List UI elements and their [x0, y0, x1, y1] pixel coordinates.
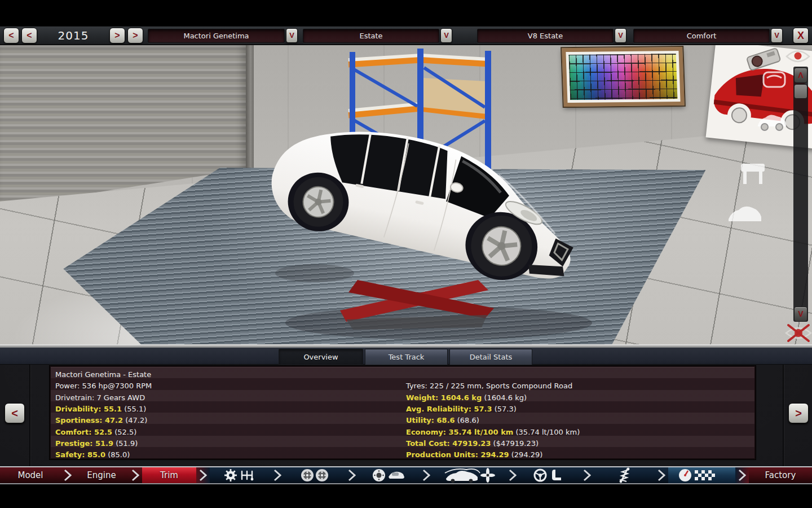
chevron-separator-icon	[196, 467, 210, 483]
nav-factory[interactable]: Factory	[749, 467, 812, 483]
bottom-panel: Mactori Genetima - Estate Power: 536 hp@…	[0, 365, 812, 466]
trim-dropdown[interactable]: Comfort	[633, 29, 770, 43]
suspension-icon	[613, 467, 636, 483]
stat-row: Weight: 1604.6 kg (1604.6 kg)	[406, 392, 527, 404]
stat-row: Total Cost: 47919.23 ($47919.23)	[406, 438, 539, 449]
chevron-separator-icon	[61, 467, 74, 483]
body-aero-icon	[444, 467, 496, 483]
year-next-fast-button[interactable]: >	[127, 28, 143, 43]
stat-row: Prestige: 51.9 (51.9)	[55, 438, 138, 449]
close-button[interactable]: X	[793, 28, 809, 43]
company-dropdown[interactable]: Mactori Genetima	[148, 29, 285, 43]
model-dropdown-arrow[interactable]: V	[440, 28, 452, 43]
leather-seam	[29, 365, 30, 466]
top-toolbar: < < 2015 > > Mactori Genetima V Estate V…	[0, 26, 812, 45]
hidden-eye-icon[interactable]	[784, 322, 812, 344]
leather-seam	[783, 365, 784, 466]
interior-icon	[533, 468, 567, 483]
nav-engine[interactable]: Engine	[74, 467, 129, 483]
chevron-separator-icon	[129, 467, 142, 483]
company-dropdown-arrow[interactable]: V	[286, 28, 298, 43]
panel-prev-button[interactable]: <	[5, 403, 25, 423]
stat-row: Power: 536 hp@7300 RPM	[55, 380, 152, 392]
car-side-ghost-icon[interactable]	[756, 111, 788, 132]
stat-row: Economy: 35.74 lt/100 km (35.74 lt/100 k…	[406, 427, 580, 438]
stat-row: Drivetrain: 7 Gears AWD	[55, 392, 145, 404]
panel-next-button[interactable]: >	[788, 403, 809, 423]
stat-row: Utility: 68.6 (68.6)	[406, 415, 479, 426]
gearbox-icon	[224, 468, 257, 482]
scroll-up-button[interactable]: Λ	[794, 68, 807, 83]
eye-icon[interactable]	[785, 49, 811, 64]
viewport-scrollbar-track[interactable]	[793, 67, 808, 322]
top-black-bar	[0, 0, 812, 26]
tab-detail-stats[interactable]: Detail Stats	[449, 349, 532, 365]
tab-test-track[interactable]: Test Track	[365, 349, 448, 365]
stat-row: Drivability: 55.1 (55.1)	[55, 404, 146, 415]
nav-test-track[interactable]	[668, 467, 735, 483]
car-front-ghost-icon[interactable]	[760, 68, 788, 90]
stat-row: Tyres: 225 / 225 mm, Sports Compound Roa…	[406, 380, 572, 392]
chevron-separator-icon	[345, 467, 359, 483]
color-swatch-grid	[569, 54, 678, 100]
chevron-separator-icon	[655, 467, 668, 483]
overview-stats-panel: Mactori Genetima - Estate Power: 536 hp@…	[50, 366, 756, 459]
tab-strip: Overview Test Track Detail Stats	[0, 348, 812, 365]
year-prev-button[interactable]: <	[21, 28, 37, 43]
nav-wheels[interactable]	[284, 467, 345, 483]
chevron-separator-icon	[735, 467, 749, 483]
engine-dropdown[interactable]: V8 Estate	[477, 29, 614, 43]
chevron-separator-icon	[271, 467, 284, 483]
trim-dropdown-arrow[interactable]: V	[771, 28, 783, 43]
scissor-lift	[340, 280, 494, 330]
chevron-separator-icon	[506, 467, 519, 483]
nav-drivetrain[interactable]	[210, 467, 271, 483]
test-track-icon	[678, 468, 726, 483]
app-window: { "topbar": { "year": "2015", "year_prev…	[0, 0, 812, 508]
wheels-icon	[299, 468, 330, 483]
stat-row: Safety: 85.0 (85.0)	[55, 449, 130, 461]
stat-row: Production Units: 294.29 (294.29)	[406, 449, 542, 461]
nav-suspension[interactable]	[594, 467, 655, 483]
lift-ghost-icon[interactable]	[736, 161, 769, 186]
tab-overview[interactable]: Overview	[279, 349, 363, 365]
design-step-navbar: Model Engine Trim	[0, 466, 812, 484]
engine-dropdown-arrow[interactable]: V	[615, 28, 626, 43]
scroll-thumb[interactable]	[794, 84, 807, 99]
model-dropdown[interactable]: Estate	[303, 29, 439, 43]
year-prev-fast-button[interactable]: <	[3, 28, 19, 43]
car-title: Mactori Genetima - Estate	[55, 369, 151, 380]
chevron-separator-icon	[420, 467, 433, 483]
stat-row: Avg. Reliability: 57.3 (57.3)	[406, 404, 517, 415]
scroll-down-button[interactable]: V	[794, 306, 807, 322]
viewport-3d[interactable]: Λ V	[0, 45, 812, 345]
nav-model[interactable]: Model	[0, 467, 61, 483]
car-model	[241, 94, 607, 345]
stat-row: Sportiness: 47.2 (47.2)	[55, 415, 147, 426]
brakes-icon	[372, 468, 407, 483]
nav-trim[interactable]: Trim	[142, 467, 196, 483]
chevron-separator-icon	[580, 467, 594, 483]
nav-body-aero[interactable]	[433, 467, 506, 483]
year-label: 2015	[39, 27, 107, 45]
year-next-button[interactable]: >	[109, 28, 125, 43]
bottom-black-bar	[0, 485, 812, 508]
nav-brakes[interactable]	[359, 467, 420, 483]
stat-row: Comfort: 52.5 (52.5)	[55, 427, 136, 438]
nav-interior[interactable]	[519, 467, 580, 483]
car-shell-ghost-icon[interactable]	[726, 202, 764, 227]
